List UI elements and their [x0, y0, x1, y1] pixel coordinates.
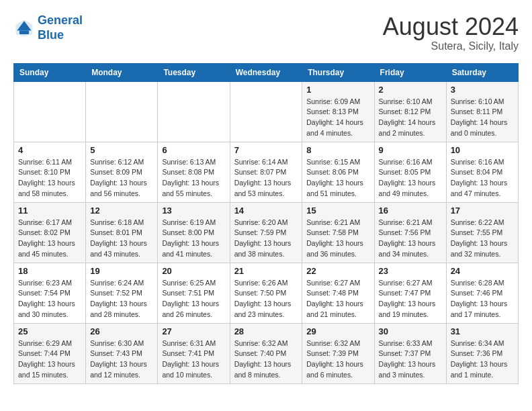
day-info: Sunrise: 6:09 AMSunset: 8:13 PMDaylight:… — [306, 97, 369, 139]
day-number: 17 — [451, 205, 514, 216]
day-number: 11 — [18, 205, 81, 216]
calendar-day-cell: 4 Sunrise: 6:11 AMSunset: 8:10 PMDayligh… — [14, 142, 86, 202]
day-info: Sunrise: 6:10 AMSunset: 8:11 PMDaylight:… — [451, 97, 514, 139]
calendar-table: Sunday Monday Tuesday Wednesday Thursday… — [13, 63, 519, 384]
day-info: Sunrise: 6:27 AMSunset: 7:48 PMDaylight:… — [306, 278, 369, 320]
day-number: 4 — [18, 145, 81, 155]
calendar-day-cell — [86, 81, 158, 142]
day-number: 27 — [162, 326, 225, 336]
logo-line2: Blue — [38, 28, 64, 42]
day-number: 10 — [451, 145, 514, 155]
calendar-day-cell: 29 Sunrise: 6:32 AMSunset: 7:39 PMDaylig… — [302, 323, 374, 383]
calendar-week-row: 18 Sunrise: 6:23 AMSunset: 7:54 PMDaylig… — [14, 263, 519, 323]
calendar-day-cell: 24 Sunrise: 6:28 AMSunset: 7:46 PMDaylig… — [446, 263, 518, 323]
col-thursday: Thursday — [302, 63, 374, 81]
logo-icon — [13, 17, 35, 39]
day-number: 16 — [379, 205, 442, 216]
calendar-day-cell: 6 Sunrise: 6:13 AMSunset: 8:08 PMDayligh… — [158, 142, 230, 202]
calendar-day-cell: 10 Sunrise: 6:16 AMSunset: 8:04 PMDaylig… — [446, 142, 518, 202]
day-number: 23 — [379, 266, 442, 276]
day-number: 2 — [379, 85, 442, 95]
calendar-day-cell: 23 Sunrise: 6:27 AMSunset: 7:47 PMDaylig… — [374, 263, 446, 323]
day-number: 25 — [18, 326, 81, 336]
day-info: Sunrise: 6:16 AMSunset: 8:04 PMDaylight:… — [451, 157, 514, 199]
col-tuesday: Tuesday — [158, 63, 230, 81]
location: Sutera, Sicily, Italy — [383, 40, 519, 52]
day-number: 5 — [90, 145, 153, 155]
day-info: Sunrise: 6:21 AMSunset: 7:58 PMDaylight:… — [306, 218, 369, 260]
calendar-day-cell: 18 Sunrise: 6:23 AMSunset: 7:54 PMDaylig… — [14, 263, 86, 323]
calendar-day-cell: 3 Sunrise: 6:10 AMSunset: 8:11 PMDayligh… — [446, 81, 518, 142]
calendar-day-cell: 14 Sunrise: 6:20 AMSunset: 7:59 PMDaylig… — [230, 202, 302, 263]
day-info: Sunrise: 6:32 AMSunset: 7:39 PMDaylight:… — [306, 338, 369, 381]
day-number: 1 — [306, 85, 369, 95]
calendar-day-cell: 12 Sunrise: 6:18 AMSunset: 8:01 PMDaylig… — [86, 202, 158, 263]
day-info: Sunrise: 6:13 AMSunset: 8:08 PMDaylight:… — [162, 157, 225, 199]
day-number: 12 — [90, 205, 153, 216]
day-info: Sunrise: 6:25 AMSunset: 7:51 PMDaylight:… — [162, 278, 225, 320]
calendar-day-cell: 9 Sunrise: 6:16 AMSunset: 8:05 PMDayligh… — [374, 142, 446, 202]
calendar-day-cell: 8 Sunrise: 6:15 AMSunset: 8:06 PMDayligh… — [302, 142, 374, 202]
day-info: Sunrise: 6:16 AMSunset: 8:05 PMDaylight:… — [379, 157, 442, 199]
calendar-day-cell — [158, 81, 230, 142]
day-number: 14 — [234, 205, 298, 216]
day-number: 3 — [451, 85, 514, 95]
month-year: August 2024 — [383, 13, 519, 40]
calendar-day-cell — [230, 81, 302, 142]
day-info: Sunrise: 6:14 AMSunset: 8:07 PMDaylight:… — [234, 157, 298, 199]
calendar-day-cell: 27 Sunrise: 6:31 AMSunset: 7:41 PMDaylig… — [158, 323, 230, 383]
col-sunday: Sunday — [14, 63, 86, 81]
day-info: Sunrise: 6:17 AMSunset: 8:02 PMDaylight:… — [18, 218, 81, 260]
day-number: 21 — [234, 266, 298, 276]
day-number: 28 — [234, 326, 298, 336]
col-wednesday: Wednesday — [230, 63, 302, 81]
day-info: Sunrise: 6:23 AMSunset: 7:54 PMDaylight:… — [18, 278, 81, 320]
logo-line1: General — [38, 13, 83, 27]
day-number: 31 — [451, 326, 514, 336]
day-number: 6 — [162, 145, 225, 155]
day-info: Sunrise: 6:31 AMSunset: 7:41 PMDaylight:… — [162, 338, 225, 381]
day-info: Sunrise: 6:21 AMSunset: 7:56 PMDaylight:… — [379, 218, 442, 260]
calendar-week-row: 1 Sunrise: 6:09 AMSunset: 8:13 PMDayligh… — [14, 81, 519, 142]
calendar-day-cell: 31 Sunrise: 6:34 AMSunset: 7:36 PMDaylig… — [446, 323, 518, 383]
page-header: General Blue August 2024 Sutera, Sicily,… — [13, 13, 519, 52]
calendar-day-cell: 26 Sunrise: 6:30 AMSunset: 7:43 PMDaylig… — [86, 323, 158, 383]
calendar-day-cell: 1 Sunrise: 6:09 AMSunset: 8:13 PMDayligh… — [302, 81, 374, 142]
day-info: Sunrise: 6:24 AMSunset: 7:52 PMDaylight:… — [90, 278, 153, 320]
day-number: 26 — [90, 326, 153, 336]
day-info: Sunrise: 6:29 AMSunset: 7:44 PMDaylight:… — [18, 338, 81, 381]
calendar-day-cell: 20 Sunrise: 6:25 AMSunset: 7:51 PMDaylig… — [158, 263, 230, 323]
calendar-day-cell: 28 Sunrise: 6:32 AMSunset: 7:40 PMDaylig… — [230, 323, 302, 383]
day-number: 8 — [306, 145, 369, 155]
col-monday: Monday — [86, 63, 158, 81]
calendar-day-cell: 30 Sunrise: 6:33 AMSunset: 7:37 PMDaylig… — [374, 323, 446, 383]
day-number: 20 — [162, 266, 225, 276]
day-number: 24 — [451, 266, 514, 276]
day-info: Sunrise: 6:28 AMSunset: 7:46 PMDaylight:… — [451, 278, 514, 320]
col-saturday: Saturday — [446, 63, 518, 81]
day-info: Sunrise: 6:30 AMSunset: 7:43 PMDaylight:… — [90, 338, 153, 381]
day-number: 9 — [379, 145, 442, 155]
calendar-day-cell: 17 Sunrise: 6:22 AMSunset: 7:55 PMDaylig… — [446, 202, 518, 263]
day-number: 18 — [18, 266, 81, 276]
day-number: 29 — [306, 326, 369, 336]
day-info: Sunrise: 6:33 AMSunset: 7:37 PMDaylight:… — [379, 338, 442, 381]
calendar-day-cell — [14, 81, 86, 142]
day-info: Sunrise: 6:11 AMSunset: 8:10 PMDaylight:… — [18, 157, 81, 199]
col-friday: Friday — [374, 63, 446, 81]
calendar-day-cell: 11 Sunrise: 6:17 AMSunset: 8:02 PMDaylig… — [14, 202, 86, 263]
day-info: Sunrise: 6:27 AMSunset: 7:47 PMDaylight:… — [379, 278, 442, 320]
day-number: 15 — [306, 205, 369, 216]
day-info: Sunrise: 6:22 AMSunset: 7:55 PMDaylight:… — [451, 218, 514, 260]
day-info: Sunrise: 6:34 AMSunset: 7:36 PMDaylight:… — [451, 338, 514, 381]
calendar-week-row: 4 Sunrise: 6:11 AMSunset: 8:10 PMDayligh… — [14, 142, 519, 202]
calendar-week-row: 11 Sunrise: 6:17 AMSunset: 8:02 PMDaylig… — [14, 202, 519, 263]
day-info: Sunrise: 6:20 AMSunset: 7:59 PMDaylight:… — [234, 218, 298, 260]
calendar-day-cell: 21 Sunrise: 6:26 AMSunset: 7:50 PMDaylig… — [230, 263, 302, 323]
day-info: Sunrise: 6:26 AMSunset: 7:50 PMDaylight:… — [234, 278, 298, 320]
calendar-week-row: 25 Sunrise: 6:29 AMSunset: 7:44 PMDaylig… — [14, 323, 519, 383]
calendar-day-cell: 22 Sunrise: 6:27 AMSunset: 7:48 PMDaylig… — [302, 263, 374, 323]
calendar-day-cell: 25 Sunrise: 6:29 AMSunset: 7:44 PMDaylig… — [14, 323, 86, 383]
title-block: August 2024 Sutera, Sicily, Italy — [383, 13, 519, 52]
day-info: Sunrise: 6:32 AMSunset: 7:40 PMDaylight:… — [234, 338, 298, 381]
